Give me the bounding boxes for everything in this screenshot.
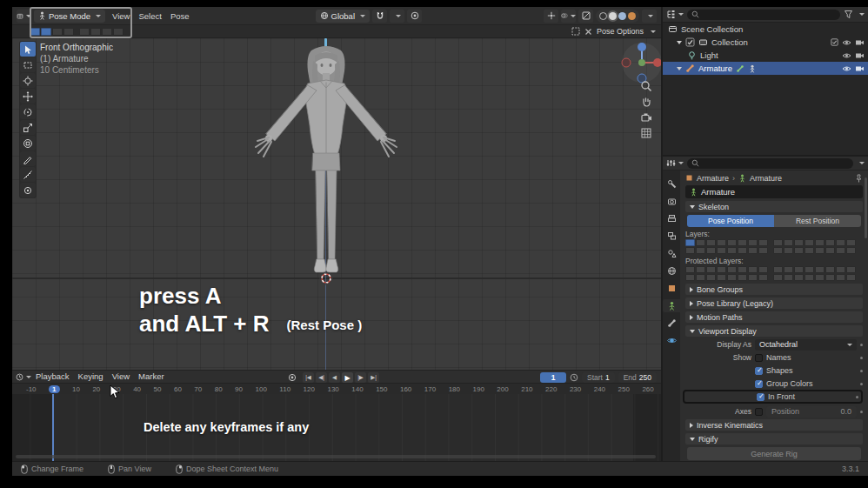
tab-view-layer[interactable] xyxy=(663,230,680,243)
annotate-tool-button[interactable] xyxy=(20,151,36,166)
layer-toggle[interactable] xyxy=(794,239,804,246)
disclosure-triangle-icon[interactable] xyxy=(677,41,682,44)
layer-toggle[interactable] xyxy=(836,239,845,246)
pose-options-dropdown[interactable]: Pose Options xyxy=(597,27,644,36)
menu-item[interactable]: View xyxy=(108,7,134,25)
protected-layer-toggle[interactable] xyxy=(805,266,814,273)
tab-object-data[interactable] xyxy=(663,299,680,312)
properties-editor-type-button[interactable] xyxy=(666,158,684,168)
layer-toggle[interactable] xyxy=(805,247,814,254)
filter-funnel-icon[interactable] xyxy=(844,10,853,19)
show-gizmo-button[interactable] xyxy=(544,10,558,23)
protected-layer-toggle[interactable] xyxy=(727,274,737,281)
tab-scene[interactable] xyxy=(663,247,680,260)
outliner-row-light[interactable]: Light xyxy=(663,49,868,62)
layer-toggle[interactable] xyxy=(727,247,737,254)
layer-toggle[interactable] xyxy=(706,247,716,254)
layer-toggle[interactable] xyxy=(815,247,825,254)
transport-button[interactable]: ▶ xyxy=(342,372,353,383)
properties-scrollbar[interactable] xyxy=(865,177,867,238)
bone-layer-toggle[interactable] xyxy=(30,28,40,36)
bone-layer-toggle[interactable] xyxy=(102,28,112,36)
group-colors-checkbox[interactable] xyxy=(755,380,763,388)
layer-toggle[interactable] xyxy=(738,239,747,246)
layer-toggle[interactable] xyxy=(846,247,856,254)
bone-layer-toggle[interactable] xyxy=(52,28,63,36)
protected-layer-toggle[interactable] xyxy=(717,266,726,273)
animate-dot[interactable] xyxy=(860,357,863,359)
protected-layer-toggle[interactable] xyxy=(794,266,804,273)
properties-search-input[interactable] xyxy=(687,158,853,169)
bone-layer-toggle[interactable] xyxy=(90,28,101,36)
section-pose-library[interactable]: Pose Library (Legacy) xyxy=(685,297,863,309)
protected-layer-toggle[interactable] xyxy=(794,274,804,281)
pose-breakdowner-tool-button[interactable] xyxy=(20,183,36,197)
disclosure-triangle-icon[interactable] xyxy=(677,67,682,70)
protected-layer-toggle[interactable] xyxy=(706,274,716,281)
shading-material-icon[interactable] xyxy=(618,12,626,20)
collection-checkbox-icon[interactable] xyxy=(685,37,695,47)
camera-icon[interactable] xyxy=(855,38,865,46)
animate-dot[interactable] xyxy=(860,344,863,346)
eye-icon[interactable] xyxy=(842,39,851,46)
protected-layer-toggle[interactable] xyxy=(784,266,793,273)
character-model[interactable] xyxy=(244,42,409,294)
snap-settings-button[interactable] xyxy=(390,10,404,23)
layer-toggle[interactable] xyxy=(794,247,804,254)
protected-layer-toggle[interactable] xyxy=(825,266,835,273)
layer-toggle[interactable] xyxy=(685,239,695,246)
layer-toggle[interactable] xyxy=(836,247,845,254)
tab-render[interactable] xyxy=(663,195,680,208)
menu-item[interactable]: Select xyxy=(134,7,165,25)
protected-layer-toggle[interactable] xyxy=(773,274,783,281)
tab-tool[interactable] xyxy=(663,177,680,191)
layer-toggle[interactable] xyxy=(773,247,783,254)
layer-toggle[interactable] xyxy=(773,239,783,246)
outliner-row-scene-collection[interactable]: Scene Collection xyxy=(663,23,868,36)
pin-icon[interactable] xyxy=(855,174,863,183)
timeline-editor-type-button[interactable] xyxy=(16,371,31,383)
layer-toggle[interactable] xyxy=(748,239,758,246)
protected-layer-toggle[interactable] xyxy=(836,274,845,281)
eye-icon[interactable] xyxy=(842,52,851,59)
toggle-xray-button[interactable] xyxy=(578,10,593,23)
x-mirror-icon[interactable] xyxy=(584,28,592,36)
protected-layer-toggle[interactable] xyxy=(685,266,695,273)
transport-button[interactable]: |▶ xyxy=(355,372,366,383)
pan-hand-icon[interactable] xyxy=(640,96,652,108)
rotate-tool-button[interactable] xyxy=(20,104,36,119)
tab-object[interactable] xyxy=(663,282,680,295)
editor-type-button[interactable] xyxy=(17,10,31,23)
tweak-tool-button[interactable] xyxy=(20,42,36,57)
shading-solid-icon[interactable] xyxy=(609,12,617,20)
end-frame-field[interactable]: End 250 xyxy=(618,372,657,383)
protected-layer-toggle[interactable] xyxy=(696,266,705,273)
layer-toggle[interactable] xyxy=(696,239,705,246)
tab-output[interactable] xyxy=(663,212,680,225)
protected-layer-toggle[interactable] xyxy=(717,274,726,281)
move-tool-button[interactable] xyxy=(20,89,36,104)
layer-toggle[interactable] xyxy=(738,247,747,254)
outliner-row-collection[interactable]: Collection xyxy=(663,36,868,49)
layer-toggle[interactable] xyxy=(784,239,793,246)
generate-rig-button[interactable]: Generate Rig xyxy=(687,447,861,460)
menu-item[interactable]: Pose xyxy=(166,7,194,25)
layer-toggle[interactable] xyxy=(784,247,793,254)
protected-layer-toggle[interactable] xyxy=(748,274,758,281)
clock-small-icon[interactable] xyxy=(570,373,578,382)
navigation-gizmo[interactable] xyxy=(619,40,661,85)
protected-layer-toggle[interactable] xyxy=(825,274,835,281)
protected-layer-toggle[interactable] xyxy=(738,266,747,273)
animate-dot[interactable] xyxy=(856,396,858,398)
shapes-checkbox[interactable] xyxy=(755,367,763,375)
camera-icon[interactable] xyxy=(855,51,865,59)
in-front-checkbox[interactable] xyxy=(757,393,765,401)
layer-toggle[interactable] xyxy=(717,247,726,254)
layer-toggle[interactable] xyxy=(758,247,768,254)
shading-dropdown-button[interactable] xyxy=(642,10,657,23)
layer-toggle[interactable] xyxy=(748,247,758,254)
show-overlays-button[interactable] xyxy=(561,10,576,23)
bone-layer-toggle[interactable] xyxy=(79,28,90,36)
layer-toggle[interactable] xyxy=(825,239,835,246)
outliner-row-armature[interactable]: Armature xyxy=(663,62,868,75)
